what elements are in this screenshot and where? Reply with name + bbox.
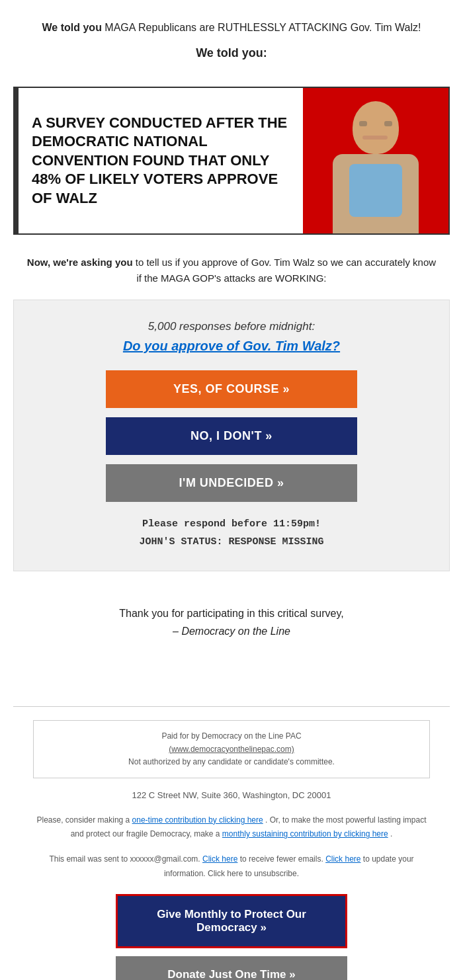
click-update-link[interactable]: Click here [325, 854, 360, 864]
website-link[interactable]: (www.democracyonthelinepac.com) [169, 745, 294, 754]
person-shirt [349, 164, 402, 217]
main-headline: We told you MAGA Republicans are RUTHLES… [26, 20, 437, 36]
survey-image-col [303, 88, 448, 233]
click-fewer-link[interactable]: Click here [202, 854, 237, 864]
footer-address: 122 C Street NW, Suite 360, Washington, … [33, 789, 430, 803]
deadline-text: Please respond before 11:59pm! [40, 515, 423, 533]
no-button[interactable]: NO, I DON'T » [106, 417, 357, 455]
person-image [310, 88, 442, 233]
give-monthly-button[interactable]: Give Monthly to Protect Our Democracy » [116, 894, 347, 948]
subheadline: We told you: [26, 46, 437, 60]
consider-text: Please, consider making a [37, 815, 130, 825]
headline-text: MAGA Republicans are RUTHLESSLY ATTACKIN… [102, 22, 421, 33]
survey-box: A SURVEY CONDUCTED AFTER THE DEMOCRATIC … [13, 87, 450, 235]
person-head [353, 101, 399, 154]
email-wrapper: We told you MAGA Republicans are RUTHLES… [0, 0, 463, 980]
person-figure [323, 95, 429, 233]
period: . [390, 829, 392, 838]
headline-prefix: We told you [42, 22, 102, 33]
footer-links: Please, consider making a one-time contr… [33, 813, 430, 842]
paid-for-text: Paid for by Democracy on the Line PAC [161, 731, 301, 741]
one-time-link[interactable]: one-time contribution by clicking here [132, 815, 263, 825]
top-section: We told you MAGA Republicans are RUTHLES… [0, 0, 463, 87]
thank-you-text: Thank you for participating in this crit… [26, 604, 437, 622]
footer-email-notice: This email was sent to xxxxxx@gmail.com.… [33, 852, 430, 881]
survey-text-col: A SURVEY CONDUCTED AFTER THE DEMOCRATIC … [19, 88, 303, 233]
email-notice-text: This email was sent to xxxxxx@gmail.com. [49, 854, 200, 864]
response-count: 5,000 responses before midnight: [40, 320, 423, 333]
signature: – Democracy on the Line [26, 622, 437, 640]
donate-once-button[interactable]: Donate Just One Time » [116, 956, 347, 980]
now-asking-text: Now, we're asking you to tell us if you … [26, 255, 437, 286]
now-asking-prefix: Now, we're asking you [27, 257, 133, 268]
survey-response-box: 5,000 responses before midnight: Do you … [13, 300, 450, 571]
now-asking-body: to tell us if you approve of Gov. Tim Wa… [133, 257, 437, 284]
person-body [333, 154, 419, 233]
deadline-section: Please respond before 11:59pm! JOHN'S ST… [40, 515, 423, 551]
undecided-button[interactable]: I'M UNDECIDED » [106, 464, 357, 502]
fewer-text: to receive fewer emails. [240, 854, 323, 864]
spacer [0, 653, 463, 706]
status-text: JOHN'S STATUS: RESPONSE MISSING [40, 533, 423, 551]
monthly-link[interactable]: monthly sustaining contribution by click… [222, 829, 388, 838]
yes-button[interactable]: YES, OF COURSE » [106, 370, 357, 408]
response-question: Do you approve of Gov. Tim Walz? [40, 339, 423, 354]
survey-headline: A SURVEY CONDUCTED AFTER THE DEMOCRATIC … [32, 114, 290, 208]
not-authorized-text: Not authorized by any candidate or candi… [128, 757, 335, 766]
footer-legal-box: Paid for by Democracy on the Line PAC (w… [33, 720, 430, 778]
thank-you-section: Thank you for participating in this crit… [0, 585, 463, 653]
now-asking-section: Now, we're asking you to tell us if you … [0, 248, 463, 300]
footer-section: Paid for by Democracy on the Line PAC (w… [0, 707, 463, 980]
